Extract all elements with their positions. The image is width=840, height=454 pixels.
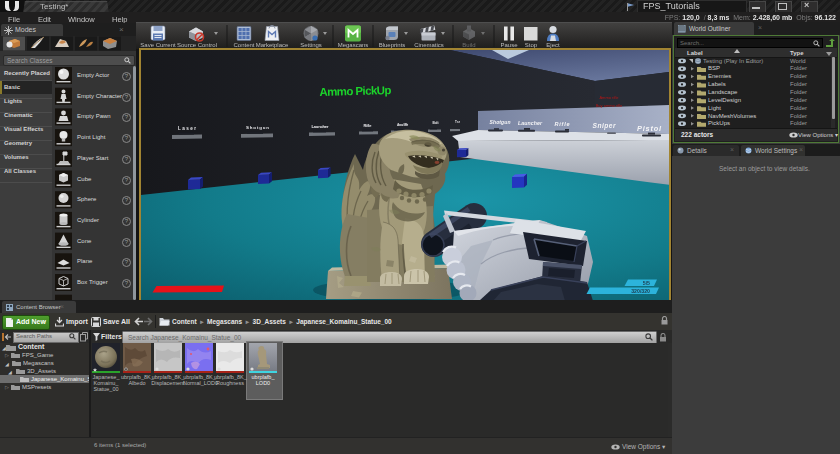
svg-text:Rifle: Rifle [555, 121, 570, 127]
svg-text:Launcher: Launcher [518, 120, 543, 126]
svg-text:Pistol: Pistol [637, 124, 662, 133]
svg-text:Sniper: Sniper [593, 122, 616, 130]
svg-text:Bolt: Bolt [433, 121, 440, 125]
svg-text:Shotgun: Shotgun [490, 119, 511, 125]
svg-text:Launcher: Launcher [312, 124, 329, 129]
svg-text:Ammo PickUp: Ammo PickUp [319, 84, 391, 98]
svg-text:5/5: 5/5 [643, 280, 650, 286]
svg-text:Laser: Laser [178, 126, 196, 131]
svg-text:Buy ammo rifle: Buy ammo rifle [596, 103, 623, 108]
svg-text:320/320: 320/320 [631, 288, 650, 294]
svg-text:Tsr: Tsr [455, 120, 461, 124]
svg-text:Asw Mfr: Asw Mfr [397, 123, 409, 127]
svg-text:Ammo rifle: Ammo rifle [599, 95, 619, 100]
svg-text:Rifle: Rifle [364, 123, 373, 128]
svg-text:Shotgun: Shotgun [246, 125, 269, 130]
